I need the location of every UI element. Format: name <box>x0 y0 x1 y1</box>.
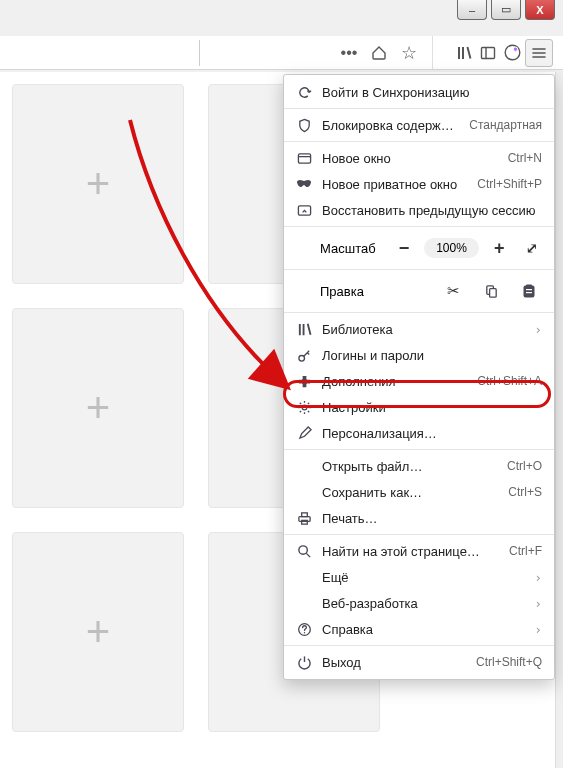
menu-separator <box>284 534 554 535</box>
print-menu[interactable]: Печать… <box>284 505 554 531</box>
top-site-tile[interactable]: + <box>12 532 184 732</box>
print-icon <box>296 510 312 526</box>
page-action-icons: ••• ☆ <box>338 36 433 69</box>
sync-sign-in[interactable]: Войти в Синхронизацию <box>284 79 554 105</box>
exit-menu[interactable]: Выход Ctrl+Shift+Q <box>284 649 554 675</box>
menu-label: Открыть файл… <box>322 459 497 474</box>
shortcut: Ctrl+S <box>508 485 542 499</box>
svg-rect-16 <box>301 512 307 516</box>
menu-separator <box>284 226 554 227</box>
window-icon <box>296 150 312 166</box>
zoom-percent[interactable]: 100% <box>424 238 479 258</box>
svg-point-21 <box>303 632 305 634</box>
menu-label: Веб-разработка <box>322 596 524 611</box>
key-icon <box>296 347 312 363</box>
menu-separator <box>284 141 554 142</box>
shortcut: Ctrl+Shift+Q <box>476 655 542 669</box>
zoom-label: Масштаб <box>294 241 376 256</box>
restore-session[interactable]: Восстановить предыдущую сессию <box>284 197 554 223</box>
power-icon <box>296 654 312 670</box>
menu-label: Новое окно <box>322 151 498 166</box>
menu-button[interactable] <box>525 39 553 67</box>
minimize-button[interactable]: – <box>457 0 487 20</box>
top-site-tile[interactable]: + <box>12 308 184 508</box>
paste-icon[interactable] <box>514 279 544 303</box>
paintbrush-icon <box>296 425 312 441</box>
search-icon <box>296 543 312 559</box>
svg-rect-9 <box>524 285 535 297</box>
open-file-menu[interactable]: Открыть файл… Ctrl+O <box>284 453 554 479</box>
scrollbar[interactable] <box>555 72 563 768</box>
plus-icon: + <box>86 160 111 208</box>
main-menu-panel: Войти в Синхронизацию Блокировка содержи… <box>283 74 555 680</box>
svg-point-18 <box>298 545 306 553</box>
cut-icon[interactable]: ✂ <box>438 279 468 303</box>
menu-label: Библиотека <box>322 322 524 337</box>
copy-icon[interactable] <box>476 279 506 303</box>
content-blocking[interactable]: Блокировка содержимого Стандартная <box>284 112 554 138</box>
menu-label: Восстановить предыдущую сессию <box>322 203 542 218</box>
close-button[interactable]: X <box>525 0 555 20</box>
toolbar: ••• ☆ <box>0 36 563 70</box>
svg-rect-17 <box>301 520 307 524</box>
plus-icon: + <box>86 384 111 432</box>
svg-rect-4 <box>298 153 310 162</box>
library-menu[interactable]: Библиотека › <box>284 316 554 342</box>
shortcut: Ctrl+Shift+A <box>477 374 542 388</box>
library-icon <box>296 321 312 337</box>
blank-icon <box>296 458 312 474</box>
menu-label: Справка <box>322 622 524 637</box>
zoom-out-button[interactable]: − <box>392 235 417 261</box>
menu-label: Логины и пароли <box>322 348 542 363</box>
new-private-window[interactable]: Новое приватное окно Ctrl+Shift+P <box>284 171 554 197</box>
pocket-icon[interactable] <box>368 42 390 64</box>
menu-label: Войти в Синхронизацию <box>322 85 542 100</box>
gear-icon <box>296 399 312 415</box>
top-site-tile[interactable]: + <box>12 84 184 284</box>
fullscreen-button[interactable]: ⤢ <box>519 235 544 261</box>
more-menu[interactable]: Ещё › <box>284 564 554 590</box>
menu-separator <box>284 108 554 109</box>
menu-label: Печать… <box>322 511 542 526</box>
sidebar-icon[interactable] <box>477 42 499 64</box>
firefox-account-icon[interactable] <box>501 42 523 64</box>
chevron-right-icon: › <box>534 596 542 611</box>
edit-label: Правка <box>294 284 364 299</box>
shield-icon <box>296 117 312 133</box>
settings-menu[interactable]: Настройки <box>284 394 554 420</box>
menu-label: Новое приватное окно <box>322 177 467 192</box>
plus-icon: + <box>86 608 111 656</box>
webdev-menu[interactable]: Веб-разработка › <box>284 590 554 616</box>
puzzle-icon <box>296 373 312 389</box>
new-window[interactable]: Новое окно Ctrl+N <box>284 145 554 171</box>
logins-menu[interactable]: Логины и пароли <box>284 342 554 368</box>
save-as-menu[interactable]: Сохранить как… Ctrl+S <box>284 479 554 505</box>
zoom-in-button[interactable]: + <box>487 235 512 261</box>
library-icon[interactable] <box>453 42 475 64</box>
menu-label: Настройки <box>322 400 542 415</box>
find-menu[interactable]: Найти на этой странице… Ctrl+F <box>284 538 554 564</box>
menu-label: Ещё <box>322 570 524 585</box>
page-actions-icon[interactable]: ••• <box>338 42 360 64</box>
menu-label: Дополнения <box>322 374 467 389</box>
maximize-button[interactable]: ▭ <box>491 0 521 20</box>
mask-icon <box>296 176 312 192</box>
svg-rect-11 <box>526 289 532 290</box>
edit-row: Правка ✂ <box>284 273 554 309</box>
svg-point-3 <box>513 47 517 51</box>
window-controls: – ▭ X <box>457 0 555 22</box>
bookmark-star-icon[interactable]: ☆ <box>398 42 420 64</box>
svg-rect-8 <box>489 288 496 296</box>
url-bar[interactable] <box>0 40 200 66</box>
customize-menu[interactable]: Персонализация… <box>284 420 554 446</box>
blank-icon <box>296 484 312 500</box>
svg-rect-0 <box>482 47 495 58</box>
menu-separator <box>284 269 554 270</box>
shortcut: Ctrl+O <box>507 459 542 473</box>
blank-icon <box>296 595 312 611</box>
addons-menu[interactable]: Дополнения Ctrl+Shift+A <box>284 368 554 394</box>
menu-label: Персонализация… <box>322 426 542 441</box>
help-menu[interactable]: Справка › <box>284 616 554 642</box>
content-blocking-state: Стандартная <box>469 118 542 132</box>
menu-separator <box>284 645 554 646</box>
